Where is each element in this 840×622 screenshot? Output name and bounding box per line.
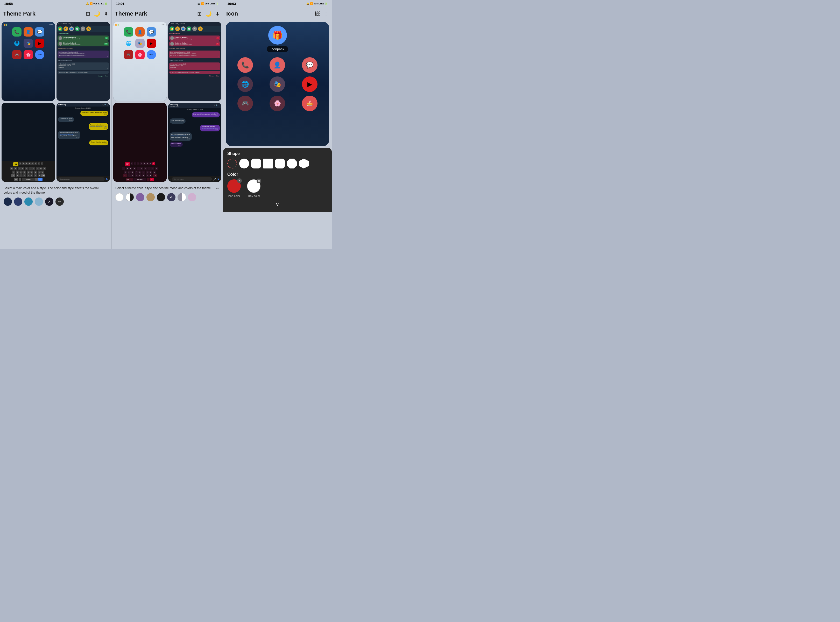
style-dot-2[interactable] [126,193,134,201]
toolbar-panel1: Theme Park ⊞ 🌙 ⬇ [0,7,111,20]
shape-rounded[interactable] [251,159,261,168]
icon-phone: 📞 [231,57,259,73]
icon-color-item[interactable]: ✕ Icon color [227,179,241,198]
style-dot-8[interactable] [188,193,196,201]
icon-contact: 👤 [263,57,291,73]
panel2-title: Theme Park [115,11,197,17]
iconpack-label: Iconpack [267,46,288,52]
color-dot-1[interactable] [4,198,12,206]
gift-icon: 🎁 [268,26,287,44]
tray-color-item[interactable]: ✕ Tray color [247,179,261,198]
status-bar-panel1: 18:58 🔔 📶 Vo8 LTE1 🔋 [0,0,111,7]
toolbar-panel3: Icon 🖼 ⋮ [223,7,332,20]
status-bar-panel3: 19:03 🔔 📶 Vo8 LTE1 🔋 [223,0,332,7]
mockup-tr-panel1[interactable]: 12:45 Mon, July 14 📶 🔊 🔵 🔄 ✈ 🔦 Conversat… [56,22,110,101]
style-dot-6[interactable] [167,193,175,201]
mockup-br-panel1[interactable]: Samsung 📞 🔍 ⋮ Thursday, October 25, 2018… [56,103,110,182]
status-icons-panel1: 🔔 📶 Vo8 LTE1 🔋 [86,2,107,5]
panel1-description: Select a main color and a style. The col… [4,186,108,195]
style-selector-panel2[interactable] [115,193,219,201]
edit-icon-panel2[interactable]: ✏ [216,186,219,191]
toolbar-panel2: Theme Park ⊞ 🌙 ⬇ [112,7,223,20]
color-dot-5[interactable] [45,198,53,206]
chevron-down-button[interactable]: ∨ [227,200,328,208]
style-dot-3[interactable] [136,193,144,201]
style-dot-1[interactable] [115,193,123,201]
style-dot-7[interactable] [178,193,186,201]
mockup-tl-panel1[interactable]: 📶🔋 12:45 📞 👤 💬 🌐 🎭 ▶ 🎮 [2,22,55,101]
tray-color-label: Tray color [247,194,260,198]
icon-message: 💬 [296,57,324,73]
status-icons-panel2: 📷 📶 Vo8 LTE1 🔋 [198,2,219,5]
color-selector-panel1[interactable]: ✏ [4,198,108,206]
more-icon-panel3[interactable]: ⋮ [323,11,329,17]
grid-icon-panel2[interactable]: ⊞ [197,11,202,17]
color-section-title: Color [227,172,328,177]
download-icon-panel2[interactable]: ⬇ [215,11,220,17]
style-dot-4[interactable] [146,193,155,201]
mockup2-br[interactable]: Samsung 012-3456-7890 📞 🔍 ⋮ Thursday, Oc… [168,103,222,182]
panel1-title: Theme Park [3,11,86,17]
tray-color-circle[interactable]: ✕ [247,179,261,193]
image-icon-panel3[interactable]: 🖼 [315,11,320,17]
icon-color-label: Icon color [228,194,240,198]
mockup-bl-panel1[interactable]: W 3 4 5 6 7 8 9 0 Q W E R [2,103,55,182]
bottom-section-panel1: Select a main color and a style. The col… [0,183,111,208]
status-bar-panel2: 19:01 📷 📶 Vo8 LTE1 🔋 [112,0,223,7]
bottom-section-panel2: Select a theme style. Style decides the … [112,183,223,204]
icon-game2: 🌸 [263,96,291,111]
moon-icon-panel2[interactable]: 🌙 [205,11,212,17]
icon-phone-mockup: 🎁 Iconpack 📞 👤 💬 🌐 🎭 ▶ [226,22,329,146]
time-panel3: 19:03 [227,2,236,6]
mockup2-tr[interactable]: 12:45 Mon, July 14 📶 🔊 🔵 🔄 ✈ 🔦 Conversat… [168,22,222,101]
shape-blob[interactable] [287,159,297,168]
mockups-grid-panel1: 📶🔋 12:45 📞 👤 💬 🌐 🎭 ▶ 🎮 [0,20,111,183]
icon-color-circle[interactable]: ✕ [227,179,241,193]
shape-circle-dashed[interactable]: ✓ [227,159,237,168]
icon-game1: 🎮 [231,96,259,111]
grid-icon-panel1[interactable]: ⊞ [86,11,90,17]
panel3-title: Icon [226,11,315,17]
shape-color-panel: Shape ✓ Color [223,148,332,212]
mockup2-bl[interactable]: W 3 4 5 6 7 8 9 0 Q W E R [113,103,167,182]
icon-gallery: 🎭 [263,76,291,92]
mockup2-tl[interactable]: 📶🔋 12:45 📞 👤 💬 🌐 🎭 ▶ 🎮 🌸 〰 [113,22,167,101]
color-dot-4[interactable] [35,198,43,206]
time-panel2: 19:01 [116,2,124,6]
icon-browser: 🌐 [231,76,259,92]
mockups-grid-panel2: 📶🔋 12:45 📞 👤 💬 🌐 🎭 ▶ 🎮 🌸 〰 [112,20,223,183]
notif-date: 12:45 Mon, July 14 [56,22,110,26]
download-icon-panel1[interactable]: ⬇ [104,11,108,17]
shape-circle[interactable] [239,159,249,168]
shape-squircle[interactable] [275,159,285,168]
panel2-description: Select a theme style. Style decides the … [115,186,214,191]
color-items-row: ✕ Icon color ✕ Tray color [227,179,328,198]
icon-pie: 🥧 [296,96,324,111]
style-dot-5[interactable] [157,193,165,201]
shape-square[interactable] [263,159,273,168]
shape-section-title: Shape [227,151,328,156]
color-dot-edit[interactable]: ✏ [55,198,64,206]
status-icons-panel3: 🔔 📶 Vo8 LTE1 🔋 [306,2,328,5]
icon-youtube: ▶ [296,76,324,92]
color-dot-3[interactable] [24,198,33,206]
icon-grid: 📞 👤 💬 🌐 🎭 ▶ 🎮 🌸 [229,57,326,111]
shape-hexagon[interactable] [299,159,309,168]
color-dot-2[interactable] [14,198,22,206]
time-panel1: 18:58 [4,2,13,6]
moon-icon-panel1[interactable]: 🌙 [94,11,100,17]
shapes-row[interactable]: ✓ [227,159,328,168]
